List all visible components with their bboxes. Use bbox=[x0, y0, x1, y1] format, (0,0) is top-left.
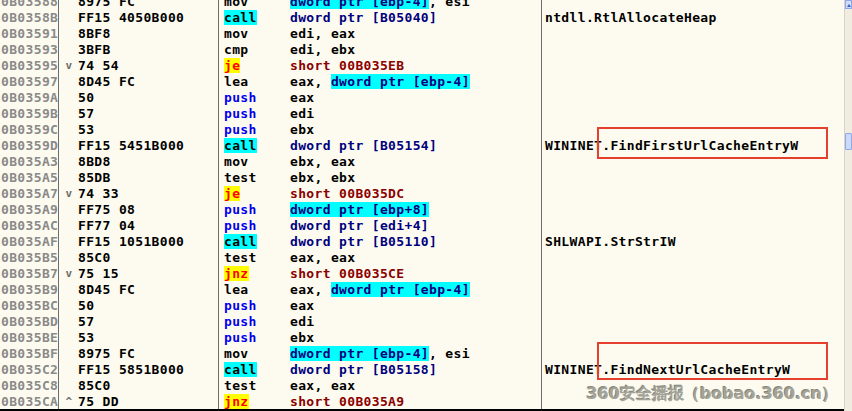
address-cell: 0B03588 bbox=[1, 0, 58, 10]
mnemonic-cell: call bbox=[224, 362, 257, 378]
mnemonic: je bbox=[224, 58, 240, 73]
mnemonic-cell: mov bbox=[224, 154, 249, 170]
operands-cell: eax, dword ptr [ebp-4] bbox=[290, 74, 470, 90]
address-cell: 0B035B7 bbox=[1, 266, 58, 282]
operands-cell: dword ptr [B05040] bbox=[290, 10, 437, 26]
disasm-row[interactable]: 0B035B98D45 FCleaeax, dword ptr [ebp-4] bbox=[0, 282, 852, 298]
operand-segment: eax bbox=[290, 298, 315, 313]
operands-cell: ebx bbox=[290, 330, 315, 346]
mnemonic: push bbox=[224, 106, 257, 121]
address-cell: 0B035A7 bbox=[1, 186, 58, 202]
mnemonic-cell: call bbox=[224, 138, 257, 154]
disasm-row[interactable]: 0B035888975 FCmovdword ptr [ebp-4], esi bbox=[0, 0, 852, 10]
operand-segment: eax, eax bbox=[290, 378, 355, 393]
jump-arrow-slot bbox=[62, 378, 76, 394]
operands-cell: ebx, ebx bbox=[290, 170, 355, 186]
address-cell: 0B035A5 bbox=[1, 170, 58, 186]
disasm-row[interactable]: 0B0358BFF15 4050B000calldword ptr [B0504… bbox=[0, 10, 852, 26]
operand-segment: dword ptr [B05154] bbox=[290, 138, 437, 153]
mnemonic-cell: je bbox=[224, 58, 240, 74]
disasm-row[interactable]: 0B035A7v74 33jeshort 00B035DC bbox=[0, 186, 852, 202]
address-cell: 0B035B5 bbox=[1, 250, 58, 266]
scroll-up-button[interactable] bbox=[845, 0, 852, 9]
mnemonic: test bbox=[224, 170, 257, 185]
annotation-red-box-findfirsturlcacheentryw bbox=[597, 127, 828, 159]
opcode-bytes-cell: 74 54 bbox=[78, 58, 119, 74]
vertical-scrollbar[interactable] bbox=[844, 0, 852, 411]
mnemonic: test bbox=[224, 250, 257, 265]
jump-up-arrow-icon: ^ bbox=[62, 394, 76, 410]
mnemonic-cell: lea bbox=[224, 74, 249, 90]
address-cell: 0B035A9 bbox=[1, 202, 58, 218]
address-cell: 0B03593 bbox=[1, 42, 58, 58]
jump-arrow-slot bbox=[62, 218, 76, 234]
disasm-row[interactable]: 0B035B7v75 15jnzshort 00B035CE bbox=[0, 266, 852, 282]
jump-arrow-slot bbox=[62, 234, 76, 250]
disasm-row[interactable]: 0B035978D45 FCleaeax, dword ptr [ebp-4] bbox=[0, 74, 852, 90]
mnemonic-cell: push bbox=[224, 202, 257, 218]
disasm-row[interactable]: 0B03595v74 54jeshort 00B035EB bbox=[0, 58, 852, 74]
operand-segment: ebx bbox=[290, 122, 315, 137]
disasm-row[interactable]: 0B035918BF8movedi, eax bbox=[0, 26, 852, 42]
operand-segment: dword ptr [ebp-4] bbox=[290, 0, 429, 9]
mnemonic: push bbox=[224, 218, 257, 233]
operands-cell: eax, eax bbox=[290, 378, 355, 394]
disasm-row[interactable]: 0B035ACFF77 04pushdword ptr [edi+4] bbox=[0, 218, 852, 234]
opcode-bytes-cell: FF15 5451B000 bbox=[78, 138, 184, 154]
operand-segment: ebx, eax bbox=[290, 154, 355, 169]
address-cell: 0B035AF bbox=[1, 234, 58, 250]
jump-arrow-slot bbox=[62, 282, 76, 298]
mnemonic-cell: test bbox=[224, 170, 257, 186]
mnemonic: push bbox=[224, 314, 257, 329]
watermark-text: 360安全播报（bobao.360.cn） bbox=[586, 384, 838, 405]
operand-segment: eax, bbox=[290, 74, 331, 89]
operands-cell: short 00B035EB bbox=[290, 58, 404, 74]
opcode-bytes-cell: 50 bbox=[78, 90, 94, 106]
address-cell: 0B03591 bbox=[1, 26, 58, 42]
mnemonic: mov bbox=[224, 26, 249, 41]
operand-segment: eax, eax bbox=[290, 250, 355, 265]
disasm-row[interactable]: 0B035BD57pushedi bbox=[0, 314, 852, 330]
mnemonic-cell: push bbox=[224, 298, 257, 314]
opcode-bytes-cell: 50 bbox=[78, 298, 94, 314]
mnemonic-cell: test bbox=[224, 378, 257, 394]
scroll-up-arrow-icon bbox=[847, 4, 851, 7]
opcode-bytes-cell: 74 33 bbox=[78, 186, 119, 202]
mnemonic: push bbox=[224, 298, 257, 313]
opcode-bytes-cell: 85C0 bbox=[78, 250, 111, 266]
disasm-row[interactable]: 0B0359A50pusheax bbox=[0, 90, 852, 106]
jump-arrow-slot bbox=[62, 346, 76, 362]
operand-segment: , esi bbox=[429, 346, 470, 361]
jump-arrow-slot bbox=[62, 314, 76, 330]
disasm-row[interactable]: 0B035933BFBcmpedi, ebx bbox=[0, 42, 852, 58]
disasm-row[interactable]: 0B035A585DBtestebx, ebx bbox=[0, 170, 852, 186]
mnemonic: mov bbox=[224, 346, 249, 361]
disasm-row[interactable]: 0B035BC50pusheax bbox=[0, 298, 852, 314]
disasm-row[interactable]: 0B035B585C0testeax, eax bbox=[0, 250, 852, 266]
opcode-bytes-cell: 3BFB bbox=[78, 42, 111, 58]
address-cell: 0B0358B bbox=[1, 10, 58, 26]
operands-cell: short 00B035A9 bbox=[290, 394, 404, 410]
address-cell: 0B03595 bbox=[1, 58, 58, 74]
disasm-row[interactable]: 0B035A9FF75 08pushdword ptr [ebp+8] bbox=[0, 202, 852, 218]
mnemonic-cell: push bbox=[224, 218, 257, 234]
opcode-bytes-cell: 8BF8 bbox=[78, 26, 111, 42]
opcode-bytes-cell: FF77 04 bbox=[78, 218, 135, 234]
operands-cell: edi bbox=[290, 314, 315, 330]
address-cell: 0B035B9 bbox=[1, 282, 58, 298]
operand-segment: dword ptr [ebp-4] bbox=[331, 74, 470, 89]
mnemonic: mov bbox=[224, 154, 249, 169]
operands-cell: edi bbox=[290, 106, 315, 122]
opcode-bytes-cell: 85C0 bbox=[78, 378, 111, 394]
opcode-bytes-cell: 53 bbox=[78, 330, 94, 346]
mnemonic-cell: mov bbox=[224, 346, 249, 362]
disasm-row[interactable]: 0B035AFFF15 1051B000calldword ptr [B0511… bbox=[0, 234, 852, 250]
mnemonic-cell: je bbox=[224, 186, 240, 202]
disasm-row[interactable]: 0B0359B57pushedi bbox=[0, 106, 852, 122]
mnemonic-cell: mov bbox=[224, 26, 249, 42]
address-cell: 0B035BF bbox=[1, 346, 58, 362]
operands-cell: dword ptr [ebp+8] bbox=[290, 202, 429, 218]
mnemonic: test bbox=[224, 378, 257, 393]
mnemonic-cell: mov bbox=[224, 0, 249, 10]
scrollbar-thumb[interactable] bbox=[845, 133, 852, 150]
